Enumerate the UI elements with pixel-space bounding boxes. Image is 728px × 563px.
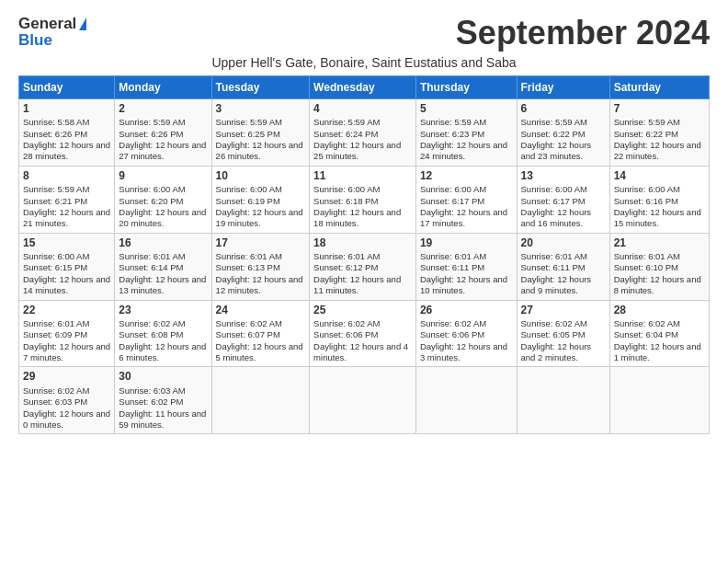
table-row: 15Sunrise: 6:00 AMSunset: 6:15 PMDayligh…: [19, 233, 115, 300]
header: General Blue September 2024: [18, 15, 710, 52]
day-number: 15: [23, 236, 110, 251]
logo-blue: Blue: [18, 31, 86, 50]
day-number: 11: [313, 169, 412, 184]
calendar-table: Sunday Monday Tuesday Wednesday Thursday…: [18, 75, 710, 435]
cell-info: Sunrise: 6:01 AMSunset: 6:13 PMDaylight:…: [216, 251, 303, 295]
cell-info: Sunrise: 5:59 AMSunset: 6:26 PMDaylight:…: [119, 117, 206, 161]
col-sunday: Sunday: [19, 75, 115, 98]
cell-info: Sunrise: 5:59 AMSunset: 6:22 PMDaylight:…: [521, 117, 592, 161]
table-row: 12Sunrise: 6:00 AMSunset: 6:17 PMDayligh…: [415, 166, 517, 233]
cell-info: Sunrise: 6:01 AMSunset: 6:12 PMDaylight:…: [313, 251, 401, 295]
day-number: 26: [420, 304, 513, 318]
table-row: 2Sunrise: 5:59 AMSunset: 6:26 PMDaylight…: [115, 98, 211, 166]
day-number: 24: [216, 304, 306, 318]
table-row: 3Sunrise: 5:59 AMSunset: 6:25 PMDaylight…: [211, 98, 310, 166]
day-number: 18: [313, 236, 412, 251]
day-number: 3: [216, 102, 306, 117]
day-number: 16: [119, 236, 207, 251]
col-thursday: Thursday: [415, 75, 517, 98]
cell-info: Sunrise: 5:58 AMSunset: 6:26 PMDaylight:…: [23, 117, 110, 161]
day-number: 4: [313, 102, 412, 117]
cell-info: Sunrise: 5:59 AMSunset: 6:24 PMDaylight:…: [313, 117, 401, 161]
day-number: 14: [614, 169, 705, 184]
table-row: 14Sunrise: 6:00 AMSunset: 6:16 PMDayligh…: [609, 166, 709, 233]
cell-info: Sunrise: 6:01 AMSunset: 6:10 PMDaylight:…: [614, 251, 701, 295]
cell-info: Sunrise: 6:02 AMSunset: 6:05 PMDaylight:…: [521, 318, 592, 362]
cell-info: Sunrise: 6:01 AMSunset: 6:11 PMDaylight:…: [521, 251, 592, 295]
logo-triangle-icon: [79, 17, 86, 30]
day-number: 27: [521, 304, 606, 318]
day-number: 7: [614, 102, 705, 117]
table-row: 17Sunrise: 6:01 AMSunset: 6:13 PMDayligh…: [211, 233, 310, 300]
day-number: 6: [521, 102, 606, 117]
cell-info: Sunrise: 6:00 AMSunset: 6:17 PMDaylight:…: [420, 184, 507, 228]
table-row: 26Sunrise: 6:02 AMSunset: 6:06 PMDayligh…: [415, 300, 517, 367]
col-saturday: Saturday: [609, 75, 709, 98]
day-number: 19: [420, 236, 513, 251]
table-row: 7Sunrise: 5:59 AMSunset: 6:22 PMDaylight…: [609, 98, 709, 166]
main-title: September 2024: [456, 15, 710, 52]
cell-info: Sunrise: 6:01 AMSunset: 6:11 PMDaylight:…: [420, 251, 507, 295]
cell-info: Sunrise: 6:03 AMSunset: 6:02 PMDaylight:…: [119, 385, 206, 430]
day-number: 22: [23, 304, 110, 318]
col-wednesday: Wednesday: [310, 75, 416, 98]
day-number: 28: [614, 304, 705, 318]
table-row: 20Sunrise: 6:01 AMSunset: 6:11 PMDayligh…: [517, 233, 609, 300]
table-row: 22Sunrise: 6:01 AMSunset: 6:09 PMDayligh…: [19, 300, 115, 367]
day-number: 20: [521, 236, 606, 251]
table-row: 21Sunrise: 6:01 AMSunset: 6:10 PMDayligh…: [609, 233, 709, 300]
table-row: 23Sunrise: 6:02 AMSunset: 6:08 PMDayligh…: [115, 300, 211, 367]
cell-info: Sunrise: 5:59 AMSunset: 6:21 PMDaylight:…: [23, 184, 110, 228]
table-row: 8Sunrise: 5:59 AMSunset: 6:21 PMDaylight…: [19, 166, 115, 233]
table-row: 19Sunrise: 6:01 AMSunset: 6:11 PMDayligh…: [415, 233, 517, 300]
cell-info: Sunrise: 6:00 AMSunset: 6:20 PMDaylight:…: [119, 184, 206, 228]
day-number: 29: [23, 370, 110, 385]
cell-info: Sunrise: 6:02 AMSunset: 6:03 PMDaylight:…: [23, 385, 110, 430]
cell-info: Sunrise: 6:02 AMSunset: 6:04 PMDaylight:…: [614, 318, 701, 362]
col-tuesday: Tuesday: [211, 75, 310, 98]
table-row: 16Sunrise: 6:01 AMSunset: 6:14 PMDayligh…: [115, 233, 211, 300]
table-row: 5Sunrise: 5:59 AMSunset: 6:23 PMDaylight…: [415, 98, 517, 166]
col-monday: Monday: [115, 75, 211, 98]
table-row: 28Sunrise: 6:02 AMSunset: 6:04 PMDayligh…: [609, 300, 709, 367]
day-number: 8: [23, 169, 110, 184]
day-number: 9: [119, 169, 207, 184]
title-section: September 2024: [456, 15, 710, 52]
cell-info: Sunrise: 5:59 AMSunset: 6:22 PMDaylight:…: [614, 117, 701, 161]
day-number: 12: [420, 169, 513, 184]
cell-info: Sunrise: 5:59 AMSunset: 6:25 PMDaylight:…: [216, 117, 303, 161]
table-row: [211, 367, 310, 434]
table-row: 9Sunrise: 6:00 AMSunset: 6:20 PMDaylight…: [115, 166, 211, 233]
table-row: 10Sunrise: 6:00 AMSunset: 6:19 PMDayligh…: [211, 166, 310, 233]
table-row: 25Sunrise: 6:02 AMSunset: 6:06 PMDayligh…: [310, 300, 416, 367]
day-number: 17: [216, 236, 306, 251]
cell-info: Sunrise: 6:02 AMSunset: 6:06 PMDaylight:…: [313, 318, 408, 362]
logo-general: General: [18, 15, 76, 33]
cell-info: Sunrise: 6:00 AMSunset: 6:17 PMDaylight:…: [521, 184, 592, 228]
day-number: 13: [521, 169, 606, 184]
day-number: 23: [119, 304, 207, 318]
cell-info: Sunrise: 6:00 AMSunset: 6:18 PMDaylight:…: [313, 184, 401, 228]
table-row: 30Sunrise: 6:03 AMSunset: 6:02 PMDayligh…: [115, 367, 211, 434]
table-row: [609, 367, 709, 434]
cell-info: Sunrise: 6:02 AMSunset: 6:08 PMDaylight:…: [119, 318, 206, 362]
cell-info: Sunrise: 6:02 AMSunset: 6:07 PMDaylight:…: [216, 318, 303, 362]
header-row: Sunday Monday Tuesday Wednesday Thursday…: [19, 75, 710, 98]
day-number: 30: [119, 370, 207, 385]
subtitle: Upper Hell's Gate, Bonaire, Saint Eustat…: [18, 55, 710, 70]
cell-info: Sunrise: 6:00 AMSunset: 6:16 PMDaylight:…: [614, 184, 701, 228]
day-number: 1: [23, 102, 110, 117]
table-row: 11Sunrise: 6:00 AMSunset: 6:18 PMDayligh…: [310, 166, 416, 233]
page: General Blue September 2024 Upper Hell's…: [0, 0, 728, 443]
table-row: 1Sunrise: 5:58 AMSunset: 6:26 PMDaylight…: [19, 98, 115, 166]
cell-info: Sunrise: 5:59 AMSunset: 6:23 PMDaylight:…: [420, 117, 507, 161]
cell-info: Sunrise: 6:01 AMSunset: 6:14 PMDaylight:…: [119, 251, 206, 295]
logo: General Blue: [18, 15, 86, 50]
day-number: 10: [216, 169, 306, 184]
table-row: 4Sunrise: 5:59 AMSunset: 6:24 PMDaylight…: [310, 98, 416, 166]
table-row: 13Sunrise: 6:00 AMSunset: 6:17 PMDayligh…: [517, 166, 609, 233]
day-number: 5: [420, 102, 513, 117]
cell-info: Sunrise: 6:02 AMSunset: 6:06 PMDaylight:…: [420, 318, 507, 362]
table-row: 6Sunrise: 5:59 AMSunset: 6:22 PMDaylight…: [517, 98, 609, 166]
table-row: 27Sunrise: 6:02 AMSunset: 6:05 PMDayligh…: [517, 300, 609, 367]
